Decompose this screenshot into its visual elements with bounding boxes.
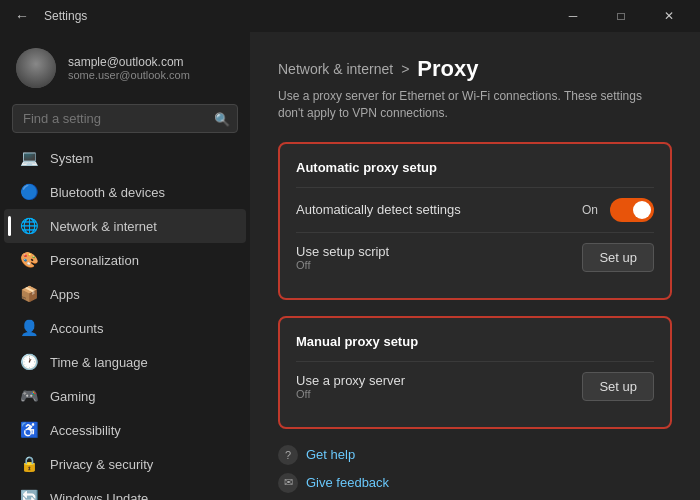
sidebar-item-accessibility[interactable]: ♿ Accessibility <box>4 413 246 447</box>
page-title: Proxy <box>417 56 478 82</box>
search-input[interactable] <box>12 104 238 133</box>
manual-proxy-section: Manual proxy setup Use a proxy server Of… <box>278 316 672 429</box>
sidebar-item-personalization[interactable]: 🎨 Personalization <box>4 243 246 277</box>
get-help-icon: ? <box>278 445 298 465</box>
sidebar-item-apps[interactable]: 📦 Apps <box>4 277 246 311</box>
nav-label-time: Time & language <box>50 355 148 370</box>
automatic-proxy-section: Automatic proxy setup Automatically dete… <box>278 142 672 300</box>
search-box: 🔍 <box>12 104 238 133</box>
window-title: Settings <box>44 9 87 23</box>
nav-label-accessibility: Accessibility <box>50 423 121 438</box>
get-help-text[interactable]: Get help <box>306 447 355 462</box>
nav-label-accounts: Accounts <box>50 321 103 336</box>
minimize-button[interactable]: ─ <box>550 0 596 32</box>
setup-script-sublabel: Off <box>296 259 389 271</box>
auto-detect-row: Automatically detect settings On <box>296 187 654 232</box>
sidebar-item-network[interactable]: 🌐 Network & internet <box>4 209 246 243</box>
use-proxy-label: Use a proxy server <box>296 373 405 388</box>
nav-label-system: System <box>50 151 93 166</box>
give-feedback-link[interactable]: ✉ Give feedback <box>278 473 672 493</box>
nav-list: 💻 System 🔵 Bluetooth & devices 🌐 Network… <box>0 141 250 500</box>
profile-section[interactable]: sample@outlook.com some.user@outlook.com <box>0 40 250 104</box>
profile-email: some.user@outlook.com <box>68 69 234 81</box>
window-controls: ─ □ ✕ <box>550 0 692 32</box>
sidebar-item-privacy[interactable]: 🔒 Privacy & security <box>4 447 246 481</box>
nav-label-network: Network & internet <box>50 219 157 234</box>
avatar <box>16 48 56 88</box>
give-feedback-text[interactable]: Give feedback <box>306 475 389 490</box>
setup-script-button[interactable]: Set up <box>582 243 654 272</box>
title-bar: ← Settings ─ □ ✕ <box>0 0 700 32</box>
sidebar-item-update[interactable]: 🔄 Windows Update <box>4 481 246 500</box>
sidebar-item-system[interactable]: 💻 System <box>4 141 246 175</box>
use-proxy-row: Use a proxy server Off Set up <box>296 361 654 411</box>
footer-links: ? Get help ✉ Give feedback <box>278 445 672 493</box>
app-body: sample@outlook.com some.user@outlook.com… <box>0 32 700 500</box>
nav-icon-accessibility: ♿ <box>20 421 38 439</box>
use-proxy-sublabel: Off <box>296 388 405 400</box>
auto-detect-label-text: Automatically detect settings <box>296 202 461 217</box>
nav-icon-personalization: 🎨 <box>20 251 38 269</box>
content-area: Network & internet > Proxy Use a proxy s… <box>250 32 700 500</box>
nav-label-gaming: Gaming <box>50 389 96 404</box>
breadcrumb-separator: > <box>401 61 409 77</box>
nav-label-apps: Apps <box>50 287 80 302</box>
nav-label-personalization: Personalization <box>50 253 139 268</box>
breadcrumb: Network & internet > Proxy <box>278 56 672 82</box>
get-help-link[interactable]: ? Get help <box>278 445 672 465</box>
give-feedback-icon: ✉ <box>278 473 298 493</box>
maximize-button[interactable]: □ <box>598 0 644 32</box>
toggle-thumb <box>633 201 651 219</box>
auto-detect-right: On <box>582 198 654 222</box>
sidebar-item-time[interactable]: 🕐 Time & language <box>4 345 246 379</box>
profile-info: sample@outlook.com some.user@outlook.com <box>68 55 234 81</box>
nav-icon-network: 🌐 <box>20 217 38 235</box>
sidebar-item-gaming[interactable]: 🎮 Gaming <box>4 379 246 413</box>
manual-section-title: Manual proxy setup <box>296 334 654 349</box>
nav-icon-gaming: 🎮 <box>20 387 38 405</box>
auto-detect-status: On <box>582 203 598 217</box>
sidebar: sample@outlook.com some.user@outlook.com… <box>0 32 250 500</box>
setup-script-label: Use setup script <box>296 244 389 259</box>
nav-icon-privacy: 🔒 <box>20 455 38 473</box>
setup-script-label-group: Use setup script Off <box>296 244 389 271</box>
nav-label-privacy: Privacy & security <box>50 457 153 472</box>
nav-icon-apps: 📦 <box>20 285 38 303</box>
setup-script-row: Use setup script Off Set up <box>296 232 654 282</box>
nav-label-update: Windows Update <box>50 491 148 501</box>
nav-icon-update: 🔄 <box>20 489 38 500</box>
nav-icon-time: 🕐 <box>20 353 38 371</box>
sidebar-item-bluetooth[interactable]: 🔵 Bluetooth & devices <box>4 175 246 209</box>
back-button[interactable]: ← <box>8 2 36 30</box>
sidebar-item-accounts[interactable]: 👤 Accounts <box>4 311 246 345</box>
nav-icon-bluetooth: 🔵 <box>20 183 38 201</box>
nav-icon-system: 💻 <box>20 149 38 167</box>
nav-icon-accounts: 👤 <box>20 319 38 337</box>
close-button[interactable]: ✕ <box>646 0 692 32</box>
page-description: Use a proxy server for Ethernet or Wi-Fi… <box>278 88 658 122</box>
use-proxy-button[interactable]: Set up <box>582 372 654 401</box>
search-icon: 🔍 <box>214 111 230 126</box>
breadcrumb-parent: Network & internet <box>278 61 393 77</box>
auto-detect-label: Automatically detect settings <box>296 202 461 217</box>
automatic-section-title: Automatic proxy setup <box>296 160 654 175</box>
profile-name: sample@outlook.com <box>68 55 234 69</box>
auto-detect-toggle[interactable] <box>610 198 654 222</box>
nav-label-bluetooth: Bluetooth & devices <box>50 185 165 200</box>
use-proxy-label-group: Use a proxy server Off <box>296 373 405 400</box>
